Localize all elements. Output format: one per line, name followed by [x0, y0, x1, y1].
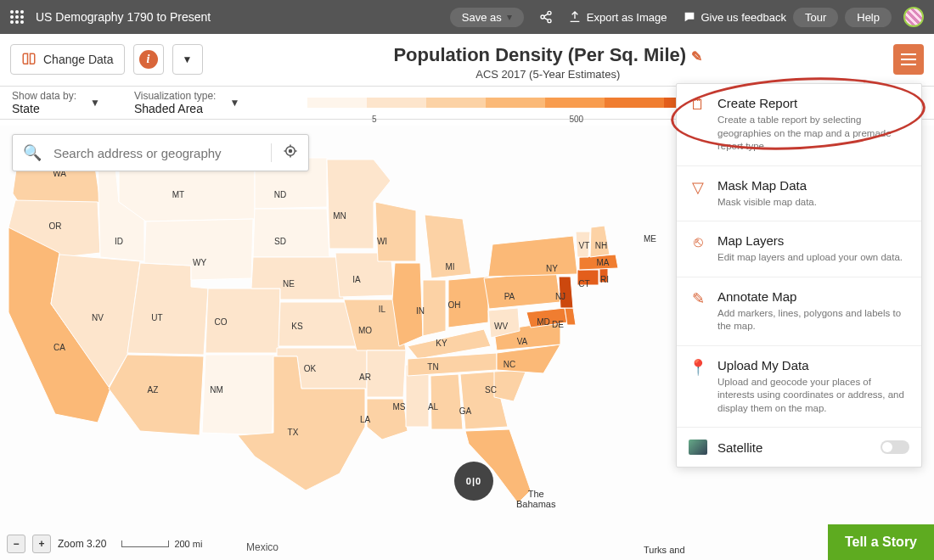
state-label-VA: VA	[517, 337, 528, 346]
state-IN[interactable]	[423, 280, 446, 336]
map-subtitle: ACS 2017 (5-Year Estimates)	[211, 68, 885, 81]
zoom-bar: − + Zoom 3.20 200 mi	[7, 535, 202, 553]
state-label-IL: IL	[379, 305, 386, 314]
state-label-CO: CO	[215, 317, 228, 327]
panel-item-desc: Mask visible map data.	[717, 196, 909, 210]
state-label-MA: MA	[597, 258, 610, 267]
state-PA[interactable]	[484, 272, 560, 309]
state-label-GA: GA	[459, 406, 472, 416]
state-label-SC: SC	[485, 385, 497, 395]
panel-item-title: Map Layers	[717, 233, 909, 248]
feedback-button[interactable]: Give us feedback	[683, 10, 786, 24]
satellite-toggle[interactable]	[881, 440, 909, 454]
state-IL[interactable]	[392, 263, 423, 346]
panel-item-title: Upload My Data	[717, 358, 909, 372]
state-AR[interactable]	[367, 350, 406, 397]
edit-title-icon[interactable]: ✎	[691, 49, 702, 64]
state-label-AL: AL	[428, 402, 439, 412]
panel-item-title: Create Report	[717, 96, 909, 110]
state-label-IA: IA	[352, 275, 361, 284]
state-NY[interactable]	[488, 236, 577, 277]
svg-point-0	[548, 11, 551, 14]
crosshair-icon	[283, 143, 298, 159]
us-map-svg[interactable]: WAORCAIDNVUTAZMTWYCONMNDSDNEKSOKTXMNIAMO…	[0, 134, 679, 533]
scale-bar: 200 mi	[121, 539, 202, 549]
state-label-WV: WV	[494, 322, 508, 331]
panel-toggle-button[interactable]	[893, 44, 924, 75]
report-icon: 🗒	[689, 96, 707, 154]
state-SC[interactable]	[494, 370, 526, 401]
chevron-down-icon: ▾	[507, 11, 512, 23]
viz-label: Visualization type:	[134, 90, 217, 102]
panel-item-upload-my-data[interactable]: 📍Upload My DataUpload and geocode your p…	[677, 346, 921, 428]
svg-point-2	[548, 20, 551, 23]
search-box: 🔍	[12, 134, 309, 171]
upload-icon: 📍	[689, 358, 707, 416]
info-button[interactable]: i	[133, 44, 164, 75]
search-icon: 🔍	[13, 143, 52, 162]
panel-item-title: Satellite	[717, 440, 870, 455]
state-label-MS: MS	[393, 402, 406, 412]
map-label-turks: Turks and	[644, 545, 685, 555]
mask-icon: ▽	[689, 178, 707, 210]
state-label-ND: ND	[274, 190, 286, 199]
panel-item-satellite[interactable]: Satellite	[677, 428, 921, 467]
scale-label: 200 mi	[174, 539, 202, 549]
apps-icon[interactable]	[10, 10, 24, 24]
panel-item-map-layers[interactable]: ⎋Map LayersEdit map layers and upload yo…	[677, 221, 921, 277]
panel-item-annotate-map[interactable]: ✎Annotate MapAdd markers, lines, polygon…	[677, 277, 921, 346]
state-WI[interactable]	[375, 202, 416, 261]
state-label-CT: CT	[578, 279, 589, 288]
state-label-OK: OK	[304, 364, 317, 373]
help-button[interactable]: Help	[845, 8, 892, 27]
save-as-button[interactable]: Save as▾	[450, 8, 524, 27]
panel-item-desc: Create a table report by selecting geogr…	[717, 114, 909, 154]
state-label-PA: PA	[504, 292, 515, 301]
share-button[interactable]	[539, 10, 553, 24]
state-NM[interactable]	[202, 355, 276, 435]
search-input[interactable]	[52, 145, 271, 161]
chevron-down-icon: ▼	[229, 97, 239, 109]
state-label-WY: WY	[193, 258, 206, 267]
panel-item-desc: Add markers, lines, polygons and labels …	[717, 307, 909, 333]
state-label-OR: OR	[49, 221, 62, 231]
svg-point-1	[541, 15, 544, 19]
panel-item-title: Mask Map Data	[717, 178, 909, 193]
state-label-CA: CA	[53, 343, 65, 352]
comment-icon	[683, 10, 696, 24]
state-KS[interactable]	[279, 302, 357, 346]
state-label-RI: RI	[600, 275, 609, 284]
dropdown-button[interactable]: ▼	[172, 44, 203, 75]
zoom-out-button[interactable]: −	[7, 535, 25, 553]
tell-a-story-button[interactable]: Tell a Story	[828, 524, 934, 560]
state-label-MD: MD	[537, 317, 550, 327]
show-by-select[interactable]: Show data by:State ▼	[12, 90, 100, 115]
state-label-NM: NM	[210, 385, 223, 395]
state-label-SD: SD	[274, 237, 286, 246]
info-icon: i	[139, 50, 158, 69]
book-icon	[21, 52, 37, 67]
state-label-ID: ID	[115, 237, 123, 246]
zoom-value: Zoom 3.20	[58, 538, 106, 550]
map-label-me: ME	[644, 234, 656, 244]
state-label-MO: MO	[358, 326, 372, 335]
state-SD[interactable]	[253, 209, 329, 257]
state-label-AR: AR	[359, 372, 371, 382]
user-avatar[interactable]	[903, 7, 924, 27]
change-data-button[interactable]: Change Data	[10, 44, 125, 75]
state-label-AZ: AZ	[148, 385, 159, 395]
state-label-VT: VT	[579, 241, 590, 250]
export-button[interactable]: Export as Image	[568, 10, 667, 24]
panel-item-create-report[interactable]: 🗒Create ReportCreate a table report by s…	[677, 84, 921, 166]
tools-panel: 🗒Create ReportCreate a table report by s…	[676, 83, 922, 468]
tour-button[interactable]: Tour	[793, 8, 838, 27]
state-AZ[interactable]	[109, 355, 204, 435]
zoom-in-button[interactable]: +	[32, 535, 51, 553]
viz-type-select[interactable]: Visualization type:Shaded Area ▼	[134, 90, 239, 115]
panel-item-title: Annotate Map	[717, 289, 909, 304]
locate-button[interactable]	[271, 143, 308, 162]
state-label-WI: WI	[377, 237, 387, 246]
doc-title: US Demography 1790 to Present	[36, 10, 211, 24]
compare-button[interactable]: 0|0	[454, 462, 493, 501]
panel-item-mask-map-data[interactable]: ▽Mask Map DataMask visible map data.	[677, 166, 921, 222]
